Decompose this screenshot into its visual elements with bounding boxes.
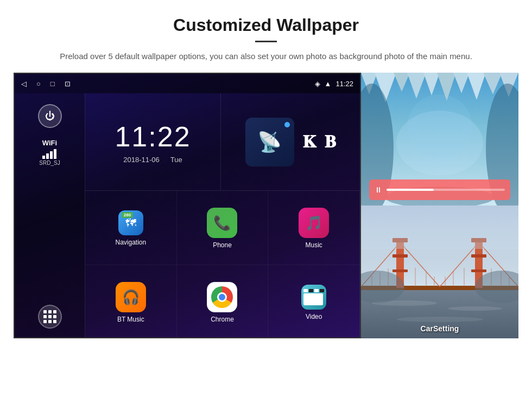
music-icon: 🎵 (299, 208, 329, 238)
wallpaper-thumb-ice[interactable]: ⏸ (361, 73, 518, 206)
carsetting-label: CarSetting (361, 324, 518, 333)
android-screen: ◁ ○ □ ⊡ ◈ ▲ 11:22 ⏻ WiFi (14, 73, 361, 338)
page-header: Customized Wallpaper Preload over 5 defa… (0, 0, 532, 73)
map-symbol: 🗺 (125, 217, 136, 229)
main-content: ◁ ○ □ ⊡ ◈ ▲ 11:22 ⏻ WiFi (0, 73, 532, 338)
clap-stripe-4 (320, 289, 324, 292)
navigation-icon: 🗺 280 (118, 210, 143, 235)
date-display: 2018-11-06 Tue (123, 156, 182, 164)
music-progress-bar (387, 189, 505, 191)
svg-rect-47 (361, 227, 518, 249)
wifi-widget: WiFi SRD_SJ (39, 139, 60, 166)
grid-dot (48, 310, 52, 313)
map-badge: 280 (122, 212, 133, 218)
svg-rect-25 (392, 254, 408, 258)
app-item-btmusic[interactable]: 🎧 BT Music (85, 265, 177, 338)
page-description: Preload over 5 default wallpaper options… (43, 50, 489, 63)
svg-point-21 (396, 317, 483, 322)
date-value: 2018-11-06 (123, 156, 160, 164)
time-display: 11:22 (115, 120, 191, 153)
clap-bottom (303, 293, 323, 305)
wallpaper-thumb-bridge[interactable]: CarSetting (361, 206, 518, 338)
left-sidebar: ⏻ WiFi SRD_SJ (15, 93, 85, 338)
app-item-navigation[interactable]: 🗺 280 Navigation (85, 191, 177, 265)
clap-stripe-1 (303, 289, 308, 292)
clap-top (303, 289, 324, 292)
wifi-bar-3 (50, 151, 53, 159)
svg-point-20 (448, 306, 502, 311)
music-label: Music (305, 241, 322, 249)
wifi-bar-2 (46, 153, 49, 159)
svg-rect-29 (471, 254, 486, 258)
music-widget-overlay[interactable]: ⏸ (369, 179, 510, 200)
app-item-music[interactable]: 🎵 Music (268, 191, 360, 265)
nav-buttons: ◁ ○ □ ⊡ (21, 80, 71, 88)
video-icon (301, 285, 326, 310)
grid-dot (43, 310, 47, 313)
screenshot-icon[interactable]: ⊡ (65, 80, 71, 88)
k-app-icon[interactable]: 𝐊 (303, 132, 316, 152)
home-icon[interactable]: ○ (36, 80, 41, 88)
wifi-bars (39, 149, 60, 159)
bridge-svg (361, 206, 518, 338)
app-item-chrome[interactable]: Chrome (177, 265, 269, 338)
music-widget-icon: ⏸ (375, 185, 382, 194)
page-title: Customized Wallpaper (43, 15, 489, 35)
chrome-center (217, 292, 227, 302)
time-area: 11:22 2018-11-06 Tue 📡 𝐊 𝐁 (85, 93, 360, 191)
svg-point-15 (407, 94, 472, 159)
phone-icon: 📞 (207, 208, 237, 238)
widget-area: 📡 𝐊 𝐁 (221, 93, 360, 190)
status-right: ◈ ▲ 11:22 (315, 80, 353, 88)
grid-dot (43, 315, 47, 318)
app-item-video[interactable]: Video (268, 265, 360, 338)
day-value: Tue (170, 156, 182, 164)
grid-dot (48, 315, 52, 318)
btmusic-icon: 🎧 (116, 282, 146, 312)
signal-icon: ▲ (325, 80, 332, 88)
signal-dot (284, 122, 290, 127)
navigation-label: Navigation (115, 239, 146, 246)
video-clapboard (303, 289, 324, 305)
signal-broadcast-icon: 📡 (257, 131, 282, 153)
btmusic-symbol: 🎧 (122, 289, 140, 306)
recents-icon[interactable]: □ (50, 80, 55, 88)
grid-dot (43, 320, 47, 323)
screen-body: ⏻ WiFi SRD_SJ (15, 93, 360, 338)
phone-symbol: 📞 (213, 215, 231, 232)
wifi-bar-4 (54, 149, 56, 159)
wallpaper-panel: ⏸ (361, 73, 518, 338)
grid-dot (53, 315, 56, 318)
video-label: Video (306, 313, 322, 320)
svg-rect-26 (392, 269, 408, 272)
clap-stripe-3 (314, 289, 319, 292)
status-bar: ◁ ○ □ ⊡ ◈ ▲ 11:22 (15, 74, 360, 93)
back-icon[interactable]: ◁ (21, 80, 27, 88)
wifi-bar-1 (42, 156, 45, 159)
app-item-phone[interactable]: 📞 Phone (177, 191, 269, 265)
wifi-label: WiFi (39, 139, 60, 147)
title-divider (255, 41, 277, 42)
time-widget: 11:22 2018-11-06 Tue (85, 93, 221, 190)
grid-dots (43, 310, 56, 323)
screen-main: 11:22 2018-11-06 Tue 📡 𝐊 𝐁 (85, 93, 360, 338)
clap-stripe-2 (309, 289, 313, 292)
b-app-icon[interactable]: 𝐁 (325, 132, 336, 152)
grid-dot (48, 320, 52, 323)
apps-grid-button[interactable] (38, 305, 62, 329)
btmusic-label: BT Music (117, 316, 144, 323)
status-time: 11:22 (335, 80, 353, 88)
music-progress-fill (387, 189, 434, 191)
chrome-ring (211, 286, 233, 308)
app-grid: 🗺 280 Navigation 📞 Phone (85, 191, 360, 338)
svg-rect-30 (471, 269, 486, 272)
chrome-label: Chrome (211, 316, 234, 323)
power-button[interactable]: ⏻ (38, 104, 62, 128)
wifi-ssid: SRD_SJ (39, 160, 60, 166)
music-symbol: 🎵 (305, 215, 322, 232)
phone-label: Phone (213, 241, 232, 249)
signal-widget: 📡 (245, 118, 294, 166)
location-icon: ◈ (315, 80, 320, 88)
ice-texture: ⏸ (361, 73, 518, 206)
grid-dot (53, 320, 56, 323)
